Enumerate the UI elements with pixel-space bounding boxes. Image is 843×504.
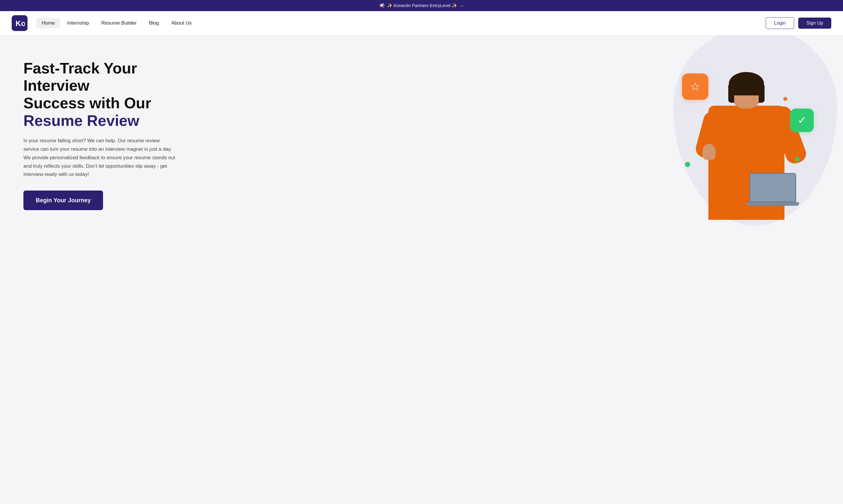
dot-orange — [783, 97, 787, 101]
person-illustration: ☆ ✓ — [676, 50, 817, 220]
float-star-card: ☆ — [682, 73, 709, 100]
person-body — [700, 73, 793, 220]
float-check-card: ✓ — [790, 109, 814, 132]
laptop-base — [747, 202, 799, 206]
nav-links: Home Internship Resume Builder Blog Abou… — [36, 18, 197, 29]
hand-left — [702, 144, 716, 160]
nav-about[interactable]: About Us — [166, 18, 197, 29]
nav-blog[interactable]: Blog — [144, 18, 164, 29]
begin-journey-button[interactable]: Begin Your Journey — [23, 191, 103, 210]
login-button[interactable]: Login — [766, 17, 794, 29]
hero-left: Fast-Track Your Interview Success with O… — [23, 60, 199, 211]
laptop-screen — [749, 173, 796, 202]
hero-description: Is your resume falling short? We can hel… — [23, 137, 176, 179]
hero-right: ☆ ✓ — [662, 35, 831, 234]
hair-side-left — [728, 85, 734, 103]
nav-resume-builder[interactable]: Resume Builder — [96, 18, 142, 29]
hero-title-line2: Success with Our — [23, 94, 151, 111]
nav-internship[interactable]: Internship — [62, 18, 94, 29]
banner-text: ✨ Konectin Partners EntryLevel ✨ — [387, 3, 458, 8]
hair-side-right — [759, 85, 765, 103]
star-icon: ☆ — [690, 80, 700, 93]
arrow-icon: → — [460, 3, 464, 8]
navbar-right: Login Sign Up — [766, 17, 831, 29]
hero-title-highlight: Resume Review — [23, 112, 139, 129]
navbar-left: Ko Home Internship Resume Builder Blog A… — [12, 15, 197, 31]
dot-green — [685, 162, 690, 167]
hero-title-line1: Fast-Track Your Interview — [23, 60, 137, 94]
hero-section: Fast-Track Your Interview Success with O… — [0, 35, 843, 234]
nav-home[interactable]: Home — [36, 18, 60, 29]
top-banner[interactable]: 📢 ✨ Konectin Partners EntryLevel ✨ → — [0, 0, 843, 11]
svg-text:Ko: Ko — [16, 19, 25, 28]
logo[interactable]: Ko — [12, 15, 28, 31]
megaphone-icon: 📢 — [379, 3, 384, 8]
check-icon: ✓ — [797, 114, 806, 126]
navbar: Ko Home Internship Resume Builder Blog A… — [0, 11, 843, 35]
signup-button[interactable]: Sign Up — [798, 18, 831, 29]
hero-title: Fast-Track Your Interview Success with O… — [23, 60, 199, 130]
